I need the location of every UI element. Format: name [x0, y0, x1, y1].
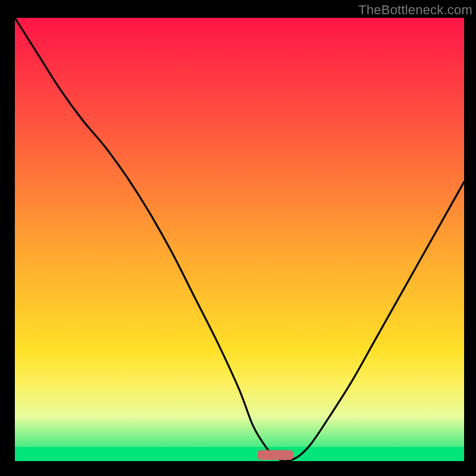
- gradient-plot-area: [15, 18, 464, 461]
- bottleneck-curve: [15, 18, 464, 461]
- chart-stage: TheBottleneck.com: [0, 0, 476, 476]
- optimal-range-marker: [258, 450, 293, 460]
- watermark-label: TheBottleneck.com: [358, 2, 472, 18]
- plot-svg: [15, 18, 464, 461]
- baseline-green-band: [15, 447, 464, 461]
